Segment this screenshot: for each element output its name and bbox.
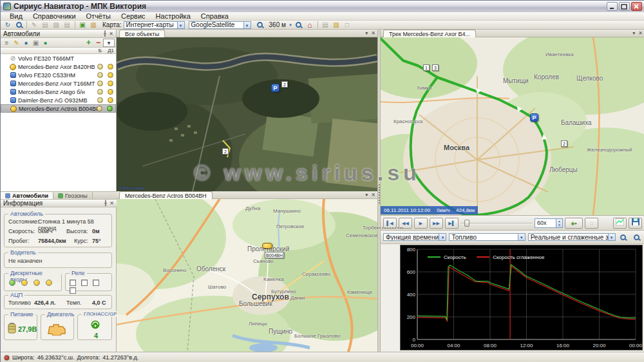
edit-vehicle-icon[interactable]: ✎ — [12, 39, 21, 47]
group-vehicle-title: Автомобиль — [8, 211, 45, 217]
playback-speed-spinbox[interactable]: 60x▴▾ — [535, 218, 563, 228]
vehicle-marker[interactable] — [262, 243, 272, 249]
camera-icon[interactable]: ▣ — [31, 39, 41, 47]
menu-item[interactable]: Вид — [5, 12, 28, 21]
track-point-badge[interactable]: 2 — [561, 140, 567, 147]
poi-button[interactable]: ◉▾ — [565, 218, 583, 229]
menu-item[interactable]: Отчёты — [81, 12, 116, 21]
tab-all-objects[interactable]: Все объекты — [119, 30, 165, 37]
map-label: Большевик — [239, 300, 272, 307]
group-engine: Двигатель — [41, 314, 74, 340]
refresh-icon[interactable]: ↻ — [3, 21, 13, 29]
remove-icon[interactable]: − — [93, 39, 103, 47]
selection-button[interactable]: □ — [585, 218, 598, 229]
tab-vehicle-map[interactable]: Mercedes-Benz Actros В004ВН — [119, 191, 213, 199]
globe-icon[interactable]: ● — [21, 39, 31, 47]
vehicle-row[interactable]: Daimler-Benz AG О932МВ — [1, 96, 116, 104]
track-position-slider[interactable] — [460, 218, 533, 229]
vehicle-map[interactable]: ДубнаМанушкиноПетровскоеПролетарскийСьян… — [117, 199, 377, 352]
copy-icon[interactable]: ▨ — [51, 21, 61, 29]
pane-dropdown-icon[interactable]: ▾ — [365, 192, 368, 198]
skip-end-button[interactable]: ▶▌ — [445, 218, 459, 229]
home-icon[interactable]: ⌂ — [305, 21, 315, 29]
menu-item[interactable]: Справка — [196, 12, 234, 21]
pane-close-icon[interactable]: ✕ — [371, 192, 375, 198]
vehicle-row[interactable]: Mercedes-Benz Axor В420НВ — [1, 62, 116, 71]
search-icon[interactable] — [14, 21, 24, 29]
driver-value: Не назначен — [8, 258, 42, 264]
notes-icon[interactable]: ▨ — [331, 21, 341, 29]
scale-dropdown-icon[interactable]: ▾ — [288, 21, 293, 29]
edit-icon[interactable]: ✎ — [29, 21, 39, 29]
vehicle-plate-badge[interactable]: В004ВН — [265, 252, 284, 258]
relay-checkbox[interactable] — [93, 280, 99, 286]
horizontal-splitter[interactable] — [377, 227, 403, 229]
columns-icon[interactable]: ▤ — [62, 21, 72, 29]
vehicles-list: ⊘Volvo FE320 Т666МТMercedes-Benz Axor В4… — [1, 54, 116, 191]
vehicle-row[interactable]: ⊘Volvo FE320 Т666МТ — [1, 54, 116, 62]
vehicle-row[interactable]: Mercedes-Benz Axor Т166МТ — [1, 79, 116, 88]
zoom-scale[interactable]: 360 м — [269, 21, 286, 28]
maximize-button[interactable] — [619, 2, 630, 11]
mode-combo[interactable]: Реальные и сглаженные значения▾ — [528, 233, 616, 241]
relay-checkbox[interactable] — [81, 280, 88, 286]
relay-checkbox[interactable] — [70, 280, 76, 286]
chart-zoom-in-icon[interactable] — [618, 233, 629, 241]
track-map[interactable]: ХимкиИвантеевкаМытищиКоролевЩелковоКрасн… — [381, 37, 644, 215]
vehicle-row[interactable]: Volvo FE320 С533НМ — [1, 71, 116, 79]
zoom-in-icon[interactable] — [255, 21, 265, 29]
chart-icon[interactable]: ▥ — [88, 21, 99, 29]
menu-item[interactable]: Справочники — [28, 12, 81, 21]
parameter-combo[interactable]: Топливо▾ — [449, 233, 525, 241]
minimize-button[interactable] — [607, 2, 618, 11]
input-led — [33, 280, 40, 286]
rewind-button[interactable]: ◀◀ — [399, 218, 412, 229]
layout-icon[interactable]: ▤ — [320, 21, 330, 29]
track-parking-marker[interactable]: P — [530, 113, 538, 122]
chart-zoom-out-icon[interactable] — [631, 233, 641, 241]
globe-green-icon[interactable]: ● — [41, 39, 50, 47]
pane-dropdown-icon[interactable]: ▾ — [365, 30, 368, 36]
info-close-icon[interactable]: ✕ — [109, 200, 114, 206]
report-icon[interactable]: ▤ — [40, 21, 50, 29]
info-pin-icon[interactable]: ╂ — [104, 200, 107, 206]
play-button[interactable]: ▶ — [414, 218, 428, 229]
pin-icon[interactable]: ╂ — [103, 31, 106, 37]
vehicle-icon[interactable]: ▣ — [77, 21, 88, 29]
sort-icon[interactable]: ≡ — [2, 39, 12, 47]
pane-dropdown-icon[interactable]: ▾ — [632, 30, 635, 36]
track-point-badge[interactable]: 3 — [432, 64, 439, 71]
fuel-chart[interactable]: 00:0004:0008:0012:0016:0020:0000:0002004… — [400, 245, 643, 350]
close-panel-icon[interactable]: ✕ — [109, 31, 113, 37]
relay-checkbox[interactable] — [70, 287, 76, 294]
vehicle-row[interactable]: Mercedes-Benz Actros В004ВН — [1, 104, 116, 113]
chart-toolbar: Функция времени▾ Топливо▾ Реальные и сгл… — [381, 231, 644, 244]
zoom-out-icon[interactable] — [294, 21, 304, 29]
pane-close-icon[interactable]: ✕ — [638, 30, 643, 36]
overlay-speed: 0км/ч — [437, 207, 450, 213]
save-button[interactable] — [629, 218, 642, 229]
function-combo[interactable]: Функция времени▾ — [383, 233, 446, 241]
skip-start-button[interactable]: ▌◀ — [383, 218, 397, 229]
track-point-badge[interactable]: 1 — [423, 64, 430, 71]
map-source-combo[interactable]: Интернет-карты▾ — [124, 21, 185, 29]
nosignal-vehicle-icon: ⊘ — [10, 55, 16, 62]
menu-item[interactable]: Настройка — [151, 12, 196, 21]
pane-close-icon[interactable]: ✕ — [371, 30, 375, 36]
tab-track[interactable]: Трек Mercedes-Benz Axor B4... — [383, 30, 476, 37]
vehicle-row[interactable]: Mercedes-Benz Atego б/н — [1, 88, 116, 96]
parking-marker[interactable]: P — [271, 84, 279, 92]
marker-badge-2[interactable]: 2 — [222, 148, 229, 155]
empty-icon[interactable]: □ — [342, 21, 352, 29]
map-provider-combo[interactable]: GoogleSatellite▾ — [189, 21, 251, 29]
marker-badge[interactable]: 2 — [281, 81, 288, 88]
add-icon[interactable]: + — [84, 39, 93, 47]
close-button[interactable] — [631, 2, 642, 11]
mileage-label: Пробег: — [8, 238, 29, 244]
satellite-map[interactable]: P 2 2 ©2011 Google — [117, 37, 377, 191]
chart-button[interactable] — [613, 218, 627, 229]
forward-button[interactable]: ▶▶ — [430, 218, 443, 229]
view-dropdown-icon[interactable]: ▾ — [103, 39, 115, 47]
menu-item[interactable]: Сервис — [116, 12, 151, 21]
svg-text:0: 0 — [413, 337, 416, 343]
